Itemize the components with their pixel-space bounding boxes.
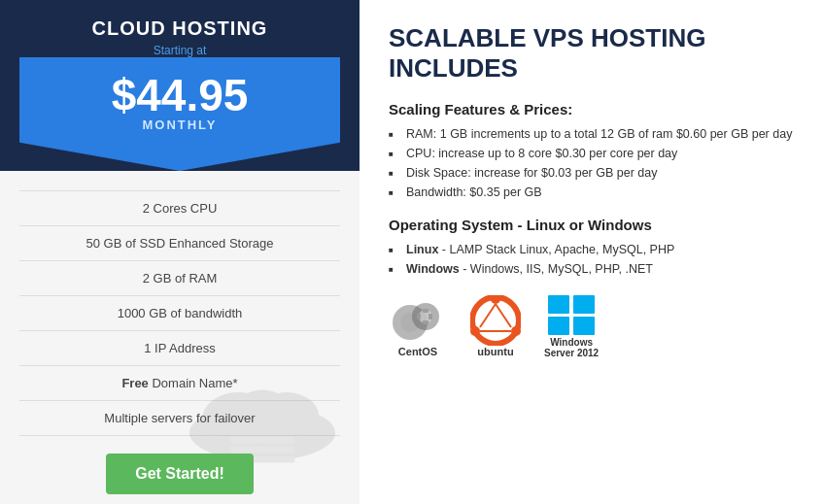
feature-item: 2 Cores CPU <box>19 190 340 226</box>
svg-rect-13 <box>417 314 421 319</box>
svg-line-19 <box>480 304 496 327</box>
feature-item: 2 GB of RAM <box>19 261 340 296</box>
svg-rect-25 <box>573 317 595 335</box>
svg-rect-22 <box>548 295 569 314</box>
os-logos-container: CentOS ubuntu <box>389 293 794 358</box>
header-block: CLOUD HOSTING Starting at $44.95 MONTHLY <box>0 0 360 171</box>
ubuntu-logo: ubuntu <box>470 295 521 357</box>
windows-server-logo: Windows Server 2012 <box>544 293 599 358</box>
centos-label: CentOS <box>398 346 437 357</box>
svg-point-3 <box>234 390 291 436</box>
ubuntu-icon <box>470 295 521 346</box>
windows-icon <box>546 293 597 337</box>
scaling-bullet: Disk Space: increase for $0.03 per GB pe… <box>389 166 794 180</box>
svg-rect-4 <box>230 437 295 444</box>
svg-rect-14 <box>429 314 432 319</box>
svg-rect-11 <box>423 309 429 313</box>
scaling-bullets-list: RAM: 1 GB increments up to a total 12 GB… <box>389 127 794 199</box>
price-block: $44.95 MONTHLY <box>19 57 340 171</box>
get-started-button[interactable]: Get Started! <box>106 454 254 494</box>
svg-rect-12 <box>423 320 429 324</box>
feature-item: 1 IP Address <box>19 331 340 366</box>
centos-logo: CentOS <box>389 295 447 357</box>
price-display: $44.95 <box>39 69 321 121</box>
ubuntu-label: ubuntu <box>477 346 513 357</box>
cloud-hosting-title: CLOUD HOSTING <box>19 17 340 40</box>
svg-rect-5 <box>230 447 295 454</box>
linux-label: Linux <box>406 243 438 256</box>
svg-rect-23 <box>573 295 595 314</box>
linux-description: - LAMP Stack Linux, Apache, MySQL, PHP <box>442 243 674 256</box>
left-panel: CLOUD HOSTING Starting at $44.95 MONTHLY… <box>0 0 360 504</box>
svg-point-18 <box>511 326 521 336</box>
starting-at-label: Starting at <box>19 44 340 57</box>
scaling-bullet: RAM: 1 GB increments up to a total 12 GB… <box>389 127 794 141</box>
os-windows-bullet: Windows - Windows, IIS, MySQL, PHP, .NET <box>389 262 794 276</box>
page-title: SCALABLE VPS HOSTING INCLUDES <box>389 23 794 84</box>
os-linux-bullet: Linux - LAMP Stack Linux, Apache, MySQL,… <box>389 243 794 256</box>
svg-point-16 <box>491 295 500 304</box>
os-heading: Operating System - Linux or Windows <box>389 217 794 233</box>
svg-line-20 <box>496 304 511 327</box>
os-section: Operating System - Linux or Windows Linu… <box>389 217 794 358</box>
svg-point-17 <box>470 326 480 336</box>
scaling-heading: Scaling Features & Prices: <box>389 101 794 118</box>
cloud-decoration-icon <box>175 368 350 465</box>
windows-server-label: Windows Server 2012 <box>544 337 599 358</box>
svg-rect-24 <box>548 317 569 335</box>
scaling-bullet: CPU: increase up to 8 core $0.30 per cor… <box>389 147 794 160</box>
feature-item: 1000 GB of bandwidth <box>19 296 340 331</box>
windows-description: - Windows, IIS, MySQL, PHP, .NET <box>463 262 653 276</box>
windows-label: Windows <box>406 262 460 276</box>
right-panel: SCALABLE VPS HOSTING INCLUDES Scaling Fe… <box>360 0 823 504</box>
feature-item: 50 GB of SSD Enhanced Storage <box>19 226 340 261</box>
monthly-label: MONTHLY <box>39 118 321 132</box>
os-bullets-list: Linux - LAMP Stack Linux, Apache, MySQL,… <box>389 243 794 276</box>
centos-icon <box>389 295 447 346</box>
scaling-bullet: Bandwidth: $0.35 per GB <box>389 185 794 199</box>
